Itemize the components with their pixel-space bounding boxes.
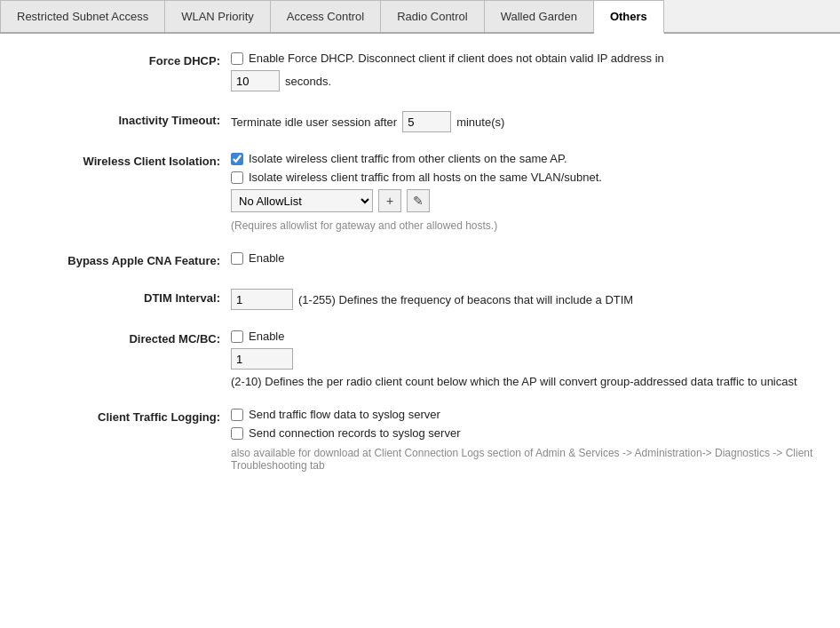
client-traffic-logging-content: Send traffic flow data to syslog server … xyxy=(231,408,813,472)
wci-option1-label: Isolate wireless client traffic from oth… xyxy=(249,152,567,165)
wci-option1: Isolate wireless client traffic from oth… xyxy=(231,152,813,165)
ctl-option1: Send traffic flow data to syslog server xyxy=(231,408,813,421)
tab-restricted-subnet-access[interactable]: Restricted Subnet Access xyxy=(0,0,165,32)
ctl-option1-checkbox[interactable] xyxy=(231,409,243,421)
ctl-option2: Send connection records to syslog server xyxy=(231,426,813,440)
directed-mcbc-checkbox-label: Enable xyxy=(249,330,284,343)
wci-allowlist-select[interactable]: No AllowList xyxy=(231,189,373,212)
tab-walled-garden[interactable]: Walled Garden xyxy=(485,0,594,32)
force-dhcp-row: Force DHCP: Enable Force DHCP. Disconnec… xyxy=(27,52,813,91)
directed-mcbc-content: Enable (2-10) Defines the per radio clie… xyxy=(231,330,813,388)
tab-wlan-priority[interactable]: WLAN Priority xyxy=(165,0,271,32)
wci-allowlist-row: No AllowList + ✎ xyxy=(231,189,813,212)
directed-mcbc-label: Directed MC/BC: xyxy=(27,330,231,347)
force-dhcp-content: Enable Force DHCP. Disconnect client if … xyxy=(231,52,813,91)
wireless-client-isolation-label: Wireless Client Isolation: xyxy=(27,152,231,170)
bypass-apple-cna-inline: Enable xyxy=(231,251,813,265)
force-dhcp-checkbox-label: Enable Force DHCP. Disconnect client if … xyxy=(249,52,664,65)
force-dhcp-line1: Enable Force DHCP. Disconnect client if … xyxy=(231,52,813,65)
inactivity-timeout-input[interactable] xyxy=(402,111,451,132)
force-dhcp-line2: seconds. xyxy=(231,70,813,91)
force-dhcp-seconds-unit: seconds. xyxy=(285,75,331,88)
ctl-help-text: also available for download at Client Co… xyxy=(231,447,813,472)
inactivity-timeout-label: Inactivity Timeout: xyxy=(27,111,231,129)
tab-bar: Restricted Subnet Access WLAN Priority A… xyxy=(0,0,840,34)
wci-add-button[interactable]: + xyxy=(378,189,401,212)
inactivity-timeout-inline: Terminate idle user session after minute… xyxy=(231,111,813,132)
ctl-option2-label: Send connection records to syslog server xyxy=(249,426,460,440)
tab-others[interactable]: Others xyxy=(594,0,664,34)
wireless-client-isolation-row: Wireless Client Isolation: Isolate wirel… xyxy=(27,152,813,232)
dtim-interval-content: (1-255) Defines the frequency of beacons… xyxy=(231,289,813,310)
wireless-client-isolation-content: Isolate wireless client traffic from oth… xyxy=(231,152,813,232)
inactivity-timeout-row: Inactivity Timeout: Terminate idle user … xyxy=(27,111,813,132)
bypass-apple-cna-content: Enable xyxy=(231,251,813,265)
directed-mcbc-help: (2-10) Defines the per radio client coun… xyxy=(231,375,797,388)
inactivity-timeout-suffix: minute(s) xyxy=(456,115,504,129)
force-dhcp-seconds-input[interactable] xyxy=(231,70,280,91)
wci-option1-checkbox[interactable] xyxy=(231,153,243,165)
directed-mcbc-value-row: (2-10) Defines the per radio client coun… xyxy=(231,348,813,388)
ctl-option2-checkbox[interactable] xyxy=(231,427,243,440)
inactivity-timeout-prefix: Terminate idle user session after xyxy=(231,115,397,129)
bypass-apple-cna-row: Bypass Apple CNA Feature: Enable xyxy=(27,251,813,269)
wci-option2-label: Isolate wireless client traffic from all… xyxy=(249,171,602,184)
dtim-interval-help: (1-255) Defines the frequency of beacons… xyxy=(298,293,633,306)
client-traffic-logging-row: Client Traffic Logging: Send traffic flo… xyxy=(27,408,813,472)
force-dhcp-label: Force DHCP: xyxy=(27,52,231,69)
wci-help-text: (Requires allowlist for gateway and othe… xyxy=(231,219,813,232)
bypass-apple-cna-checkbox-label: Enable xyxy=(249,251,284,265)
wci-option2-checkbox[interactable] xyxy=(231,171,243,184)
directed-mcbc-input[interactable] xyxy=(231,348,293,370)
directed-mcbc-row: Directed MC/BC: Enable (2-10) Defines th… xyxy=(27,330,813,388)
tab-radio-control[interactable]: Radio Control xyxy=(381,0,485,32)
dtim-interval-row: DTIM Interval: (1-255) Defines the frequ… xyxy=(27,289,813,310)
dtim-interval-input[interactable] xyxy=(231,289,293,310)
client-traffic-logging-label: Client Traffic Logging: xyxy=(27,408,231,425)
wci-edit-button[interactable]: ✎ xyxy=(407,189,430,212)
directed-mcbc-checkbox[interactable] xyxy=(231,330,243,343)
force-dhcp-checkbox[interactable] xyxy=(231,52,243,65)
dtim-interval-label: DTIM Interval: xyxy=(27,289,231,306)
ctl-option1-label: Send traffic flow data to syslog server xyxy=(249,408,440,421)
tab-access-control[interactable]: Access Control xyxy=(271,0,381,32)
inactivity-timeout-content: Terminate idle user session after minute… xyxy=(231,111,813,132)
bypass-apple-cna-checkbox[interactable] xyxy=(231,252,243,265)
bypass-apple-cna-label: Bypass Apple CNA Feature: xyxy=(27,251,231,269)
directed-mcbc-enable: Enable xyxy=(231,330,813,343)
wci-option2: Isolate wireless client traffic from all… xyxy=(231,171,813,184)
content-area: Force DHCP: Enable Force DHCP. Disconnec… xyxy=(0,34,840,518)
dtim-interval-inline: (1-255) Defines the frequency of beacons… xyxy=(231,289,813,310)
